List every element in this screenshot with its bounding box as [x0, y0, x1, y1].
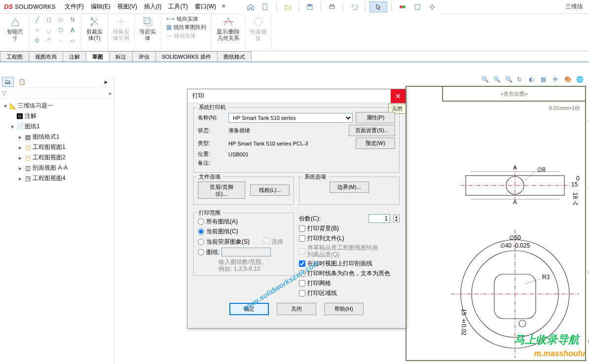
tab-layout[interactable]: 视图布局: [29, 51, 63, 62]
line-weight-button[interactable]: 线粗(L)...: [250, 184, 290, 196]
slot-tool[interactable]: ⬭: [55, 15, 66, 25]
logo-ds-icon: DS: [4, 3, 13, 10]
copies-label: 份数(C):: [299, 215, 321, 223]
undo-icon[interactable]: [347, 1, 361, 12]
svg-rect-11: [144, 18, 150, 24]
filter-icon[interactable]: ▽: [2, 90, 6, 97]
menu-tools[interactable]: 工具(T): [165, 0, 190, 13]
offset-entities-tool[interactable]: 等距实 体: [138, 15, 158, 42]
options-icon[interactable]: [410, 1, 424, 12]
copies-down-icon[interactable]: ▼: [394, 218, 399, 222]
command-tabs: 工程图 视图布局 注解 草图 标注 评估 SOLIDWORKS 插件 图纸格式: [0, 51, 589, 62]
rotate-icon[interactable]: ↻: [517, 76, 528, 86]
page-setup-button[interactable]: 页面设置(S)...: [349, 125, 395, 136]
tree-view4[interactable]: ▸◳ 工程图视图4: [1, 173, 113, 183]
hide-show-icon[interactable]: 👁: [552, 76, 563, 86]
new-icon[interactable]: [258, 1, 272, 12]
arc-tool[interactable]: ◡: [43, 25, 54, 35]
spline-tool[interactable]: N: [67, 15, 78, 25]
tab-sheet-format[interactable]: 图纸格式: [217, 51, 252, 62]
check-grid[interactable]: 打印网格: [299, 279, 400, 288]
sheets-input: [221, 248, 271, 256]
radio-sheets[interactable]: 图纸:: [198, 248, 290, 256]
help-button[interactable]: 帮助(H): [324, 303, 364, 315]
panel-expand-icon[interactable]: ▸: [100, 77, 112, 87]
zoom-fit-icon[interactable]: 🔍: [481, 76, 492, 86]
svg-point-8: [431, 5, 434, 8]
check-section-lines[interactable]: 在过时视图上打印剖面线: [299, 259, 400, 268]
smart-dimension-tool[interactable]: 智能尺 寸: [5, 15, 25, 42]
tab-evaluate[interactable]: 评估: [132, 51, 156, 62]
menu-view[interactable]: 视图(V): [114, 0, 140, 13]
header-footer-button[interactable]: 页眉/页脚(E)...: [198, 182, 245, 199]
dialog-title-bar[interactable]: 打印: [187, 89, 405, 103]
point-tool[interactable]: ·: [55, 36, 66, 45]
plane-tool[interactable]: ▱: [67, 36, 78, 45]
tree-view2[interactable]: ▸◳ 工程图视图2: [1, 152, 113, 163]
section-view-icon[interactable]: ◐: [529, 76, 540, 86]
tree-view1[interactable]: ▸◳ 工程图视图1: [1, 142, 113, 152]
rebuild-icon[interactable]: [396, 1, 409, 12]
menu-more-icon[interactable]: ★: [220, 0, 227, 13]
status-value: 准备就绪: [228, 127, 346, 134]
circle-tool[interactable]: ○: [32, 25, 42, 35]
dialog-close-button[interactable]: ✕: [391, 89, 405, 103]
filter-expand-icon[interactable]: ▸: [109, 90, 112, 97]
corner-rect-tool[interactable]: ◻: [43, 15, 54, 25]
polygon-tool[interactable]: ⬡: [55, 25, 66, 35]
save-icon[interactable]: [303, 1, 317, 12]
appearance-icon[interactable]: 🎨: [564, 76, 575, 86]
tree-root[interactable]: ▾📐 三维练习题一: [1, 101, 113, 111]
move-entities-tool: ↔移动实体: [164, 32, 198, 39]
margins-button[interactable]: 边界(M)...: [330, 182, 369, 193]
tree-section-view[interactable]: ▸◫ 剖面视图 A-A: [1, 163, 113, 173]
menu-insert[interactable]: 插入(I): [141, 0, 164, 13]
line-tool[interactable]: ╱: [32, 15, 42, 25]
ok-button[interactable]: 确定: [229, 303, 269, 315]
check-to-file[interactable]: 打印到文件(L): [299, 234, 400, 243]
preview-button[interactable]: 预览(W): [356, 138, 395, 149]
property-tab-icon[interactable]: 📋: [16, 77, 28, 87]
menu-edit[interactable]: 编辑(E): [88, 0, 113, 13]
tree-annotations[interactable]: 🅰 注解: [1, 111, 113, 121]
close-button[interactable]: 关闭: [277, 303, 316, 315]
fillet-tool[interactable]: ◠: [43, 36, 54, 45]
feature-tree: ▾📐 三维练习题一 🅰 注解 ▾📄 图纸1 ▸▤ 图纸格式1 ▸◳ 工程图视图1…: [0, 99, 114, 185]
open-icon[interactable]: [281, 1, 294, 12]
properties-button[interactable]: 属性(P): [356, 112, 395, 123]
menu-window[interactable]: 窗口(W): [192, 0, 219, 13]
radio-current-sheet[interactable]: 当前图纸(C): [198, 227, 290, 236]
check-zone-lines[interactable]: 打印区域线: [299, 289, 400, 297]
select-tool[interactable]: [369, 1, 387, 12]
check-background[interactable]: 打印背景(B): [299, 224, 400, 233]
radio-screen[interactable]: 当前荧屏图象(S) 选择: [198, 237, 290, 246]
copies-up-icon[interactable]: ▲: [394, 215, 399, 218]
feature-tree-tab-icon[interactable]: 🗂: [2, 77, 14, 87]
text-tool[interactable]: A: [67, 25, 78, 35]
display-relations-tool[interactable]: 显示/删除 几何关系: [215, 15, 242, 42]
tab-addins[interactable]: SOLIDWORKS 插件: [155, 51, 218, 62]
scene-icon[interactable]: 🌐: [576, 76, 587, 86]
ellipse-tool[interactable]: ⊙: [32, 36, 42, 45]
zoom-prev-icon[interactable]: 🔍: [505, 76, 516, 86]
tab-drawing[interactable]: 工程图: [0, 51, 29, 62]
linear-pattern-tool[interactable]: ▦线性草图阵列: [164, 23, 208, 31]
display-style-icon[interactable]: ▦: [541, 76, 552, 86]
dialog-actions: 确定 关闭 帮助(H): [193, 303, 400, 315]
mirror-entities-tool[interactable]: ⟷镜向实体: [164, 15, 200, 23]
trim-entities-tool[interactable]: 剪裁实 体(T): [84, 15, 105, 42]
tab-annotation[interactable]: 注解: [63, 51, 86, 62]
home-icon[interactable]: [244, 1, 258, 12]
check-white-lines[interactable]: 打印时线条为白色，文本为黑色: [299, 269, 400, 278]
zoom-area-icon[interactable]: 🔍: [493, 76, 504, 86]
tab-sketch[interactable]: 草图: [86, 51, 110, 62]
copies-input[interactable]: [368, 214, 390, 223]
tree-sheet-format[interactable]: ▸▤ 图纸格式1: [1, 132, 113, 142]
tab-dimension[interactable]: 标注: [109, 51, 133, 62]
radio-all-sheets[interactable]: 所有图纸(A): [198, 218, 290, 226]
print-icon[interactable]: [325, 1, 339, 12]
tree-sheet1[interactable]: ▾📄 图纸1: [1, 121, 113, 132]
settings-icon[interactable]: [425, 1, 439, 12]
menu-file[interactable]: 文件(F): [62, 0, 87, 13]
printer-select[interactable]: HP Smart Tank 510 series: [228, 113, 353, 123]
